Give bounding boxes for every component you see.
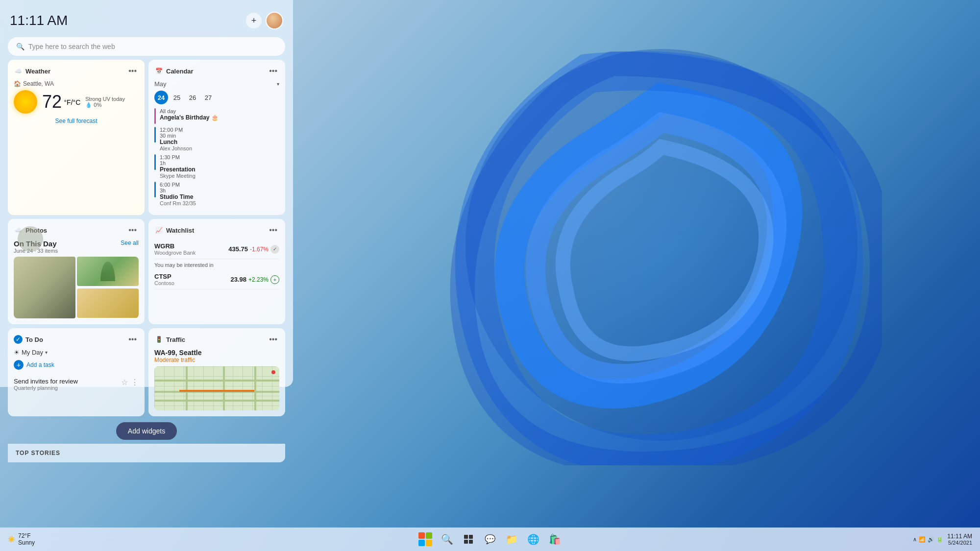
calendar-more-button[interactable]: ••• <box>267 66 279 76</box>
temperature: 72 <box>42 92 62 112</box>
photos-more-button[interactable]: ••• <box>126 225 139 236</box>
weather-icon-cloud: ☁️ <box>14 67 23 75</box>
traffic-highlight <box>179 390 254 392</box>
photos-grid <box>14 257 139 318</box>
interested-label: You may be interested in <box>154 262 279 268</box>
calendar-day-24[interactable]: 24 <box>154 91 168 104</box>
task-options-icon[interactable]: ⋮ <box>131 378 139 387</box>
time-display: 11:11 AM <box>10 13 68 28</box>
watchlist-widget-header: 📈 Watchlist ••• <box>154 225 279 236</box>
my-day-chevron: ▾ <box>45 350 48 355</box>
tray-time: 11:11 AM <box>947 533 972 540</box>
taskbar-weather-icon: ☀️ <box>8 536 15 543</box>
traffic-widget-header: 🚦 Traffic ••• <box>154 334 279 345</box>
todo-more-button[interactable]: ••• <box>126 334 139 345</box>
store-button[interactable]: 🛍️ <box>546 530 564 548</box>
watchlist-icon: 📈 <box>154 226 163 235</box>
battery-icon: 🔋 <box>936 536 943 543</box>
stock-wgrb: WGRB Woodgrove Bank 435.75 -1.67% ✓ <box>154 240 279 259</box>
weather-title: Weather <box>25 68 123 75</box>
start-button[interactable] <box>416 530 434 548</box>
stock-wgrb-change: -1.67% <box>250 246 269 253</box>
map-road-v2 <box>223 366 225 410</box>
watchlist-more-button[interactable]: ••• <box>267 225 279 236</box>
calendar-widget: 📅 Calendar ••• May ▾ 24 25 26 27 All day… <box>148 60 285 215</box>
stock-ctsp-change: +2.23% <box>248 276 269 283</box>
event-studio-name: Studio Time <box>160 193 196 200</box>
sun-icon <box>14 90 37 114</box>
add-widgets-button[interactable]: Add widgets <box>116 422 177 440</box>
stock-wgrb-symbol: WGRB <box>154 242 196 250</box>
taskbar-temp: 72°F <box>18 532 35 539</box>
traffic-title: Traffic <box>166 336 264 343</box>
task-star-icon[interactable]: ☆ <box>121 378 128 387</box>
photo-1 <box>14 257 75 318</box>
traffic-more-button[interactable]: ••• <box>267 334 279 345</box>
map-road-h3 <box>154 400 279 402</box>
system-clock[interactable]: 11:11 AM 5/24/2021 <box>947 533 972 546</box>
calendar-day-25[interactable]: 25 <box>170 91 184 104</box>
event-birthday-name: Angela's Birthday 🎂 <box>160 114 219 121</box>
calendar-chevron: ▾ <box>277 81 279 87</box>
event-lunch-time: 12:00 PM30 min <box>160 127 192 139</box>
tray-chevron[interactable]: ∧ <box>913 536 917 543</box>
stock-ctsp-badge: + <box>270 275 279 284</box>
stock-ctsp-symbol: CTSP <box>154 273 174 280</box>
todo-widget-header: ✓ To Do ••• <box>14 334 139 345</box>
traffic-map <box>154 366 279 410</box>
taskbar: ☀️ 72°F Sunny 🔍 💬 📁 🌐 <box>0 527 980 551</box>
stock-wgrb-company: Woodgrove Bank <box>154 250 196 256</box>
top-stories-bar: TOP STORIES <box>8 444 285 462</box>
see-full-forecast[interactable]: See full forecast <box>14 118 139 124</box>
event-pres-time: 1:30 PM1h <box>160 154 196 166</box>
traffic-widget: 🚦 Traffic ••• WA-99, Seattle Moderate tr… <box>148 328 285 416</box>
calendar-month-header: May ▾ <box>154 80 279 88</box>
search-button[interactable]: 🔍 <box>438 530 456 548</box>
event-allday-time: All day <box>160 108 219 114</box>
user-avatar[interactable] <box>266 12 283 29</box>
taskbar-weather: ☀️ 72°F Sunny <box>8 532 35 546</box>
event-lunch-name: Lunch <box>160 139 192 145</box>
search-bar[interactable]: 🔍 Type here to search the web <box>8 37 285 56</box>
weather-main: 72 °F/°C Strong UV today 💧 0% <box>14 90 139 114</box>
calendar-day-26[interactable]: 26 <box>186 91 199 104</box>
svg-rect-1 <box>464 535 468 539</box>
location-icon: 🏠 <box>14 80 21 87</box>
event-birthday: All day Angela's Birthday 🎂 <box>154 108 279 124</box>
calendar-day-27[interactable]: 27 <box>201 91 215 104</box>
todo-widget: ✓ To Do ••• ☀ My Day ▾ + Add a task Send… <box>8 328 145 416</box>
event-pres-name: Presentation <box>160 166 196 173</box>
add-task-button[interactable]: + Add a task <box>14 360 139 370</box>
photo-2 <box>77 257 139 286</box>
calendar-days: 24 25 26 27 <box>154 91 279 104</box>
add-widget-button[interactable]: + <box>246 13 262 28</box>
teams-button[interactable]: 💬 <box>481 530 499 548</box>
task-view-button[interactable] <box>460 530 477 548</box>
tray-icons: ∧ 📶 🔊 🔋 <box>913 536 943 543</box>
map-road-v1 <box>186 366 188 410</box>
panel-header: 11:11 AM + <box>8 8 285 33</box>
explorer-button[interactable]: 📁 <box>503 530 520 548</box>
weather-more-button[interactable]: ••• <box>126 66 139 76</box>
calendar-icon: 📅 <box>154 67 163 75</box>
windows-logo <box>416 530 434 548</box>
see-all-link[interactable]: See all <box>121 240 139 246</box>
task-name: Send invites for review <box>14 378 118 385</box>
event-studio-time: 6:00 PM3h <box>160 182 196 193</box>
svg-rect-2 <box>469 535 473 539</box>
volume-icon: 🔊 <box>928 536 934 543</box>
event-lunch-sub: Alex Johnson <box>160 145 192 151</box>
event-pres-sub: Skype Meeting <box>160 173 196 179</box>
my-day-selector[interactable]: ☀ My Day ▾ <box>14 349 139 356</box>
traffic-road: WA-99, Seattle <box>154 349 279 357</box>
map-dot <box>271 370 275 374</box>
stock-ctsp: CTSP Contoso 23.98 +2.23% + <box>154 270 279 289</box>
widget-grid: ☁️ Weather ••• 🏠 Seattle, WA 72 °F/°C St… <box>8 60 285 416</box>
tray-date: 5/24/2021 <box>947 540 972 546</box>
task-sub: Quarterly planning <box>14 385 118 391</box>
photos-widget: ☁️ Photos ••• On This Day June 24 · 33 i… <box>8 219 145 324</box>
add-task-label: Add a task <box>26 361 54 368</box>
my-day-icon: ☀ <box>14 349 20 356</box>
stock-wgrb-price: 435.75 <box>228 245 248 253</box>
edge-button[interactable]: 🌐 <box>524 530 542 548</box>
